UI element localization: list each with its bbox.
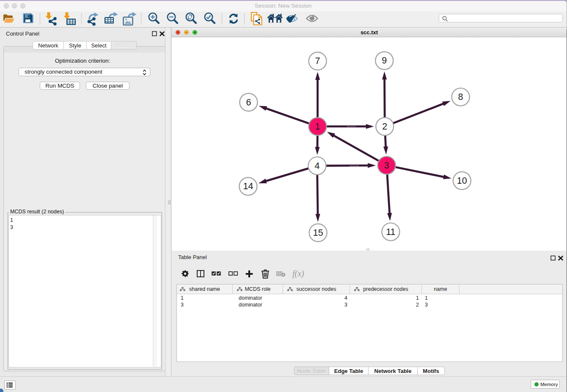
svg-text:8: 8 — [458, 92, 463, 102]
svg-text:15: 15 — [313, 228, 323, 238]
svg-text:3: 3 — [384, 160, 389, 171]
svg-text:f(x): f(x) — [292, 269, 304, 279]
svg-text:10: 10 — [457, 176, 467, 186]
svg-text:2: 2 — [382, 121, 387, 132]
svg-text:7: 7 — [315, 56, 320, 66]
svg-text:9: 9 — [382, 55, 387, 66]
svg-text:interacts with: interacts with — [347, 126, 356, 127]
svg-text:1: 1 — [315, 121, 320, 132]
svg-text:interacts with: interacts with — [350, 165, 359, 167]
svg-text:6: 6 — [246, 97, 251, 108]
svg-text:14: 14 — [243, 181, 253, 191]
svg-text:11: 11 — [386, 227, 395, 237]
svg-text:4: 4 — [315, 161, 320, 171]
